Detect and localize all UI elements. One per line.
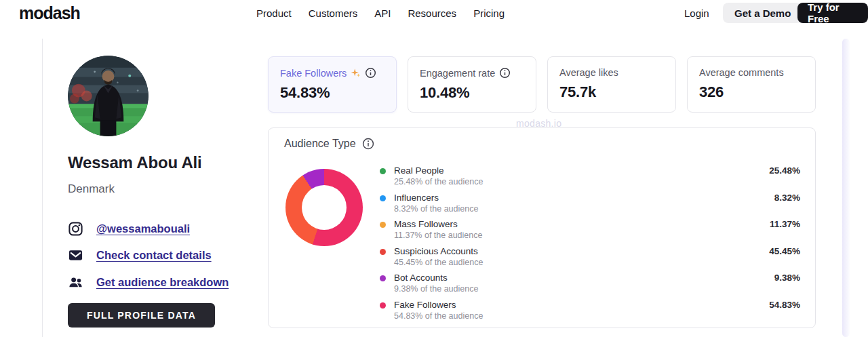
- legend-dot: [380, 275, 386, 281]
- stat-card-average-comments: Average comments 326: [687, 56, 816, 113]
- stat-value: 326: [699, 83, 804, 101]
- legend-dot: [380, 222, 386, 228]
- left-divider: [42, 39, 43, 337]
- profile-location: Denmark: [68, 182, 115, 196]
- modash-logo[interactable]: modash: [19, 3, 80, 23]
- legend-label: Influencers: [394, 193, 478, 203]
- stat-value: 75.7k: [559, 83, 664, 101]
- info-icon[interactable]: [362, 138, 374, 150]
- legend-row-suspicious-accounts: Suspicious Accounts 45.45% of the audien…: [380, 246, 800, 269]
- nav-item-product[interactable]: Product: [256, 7, 292, 19]
- nav-item-pricing[interactable]: Pricing: [473, 7, 505, 19]
- legend-row-bot-accounts: Bot Accounts 9.38% of the audience 9.38%: [380, 273, 800, 295]
- legend-percent: 45.45%: [769, 246, 800, 257]
- legend-row-influencers: Influencers 8.32% of the audience 8.32%: [380, 193, 800, 215]
- legend-label: Mass Followers: [394, 219, 482, 230]
- audience-type-title: Audience Type: [284, 138, 356, 150]
- instagram-icon: [68, 221, 83, 237]
- stat-label: Fake Followers: [280, 68, 347, 79]
- legend-label: Fake Followers: [394, 300, 483, 311]
- legend-sublabel: 54.83% of the audience: [394, 311, 483, 321]
- nav-item-customers[interactable]: Customers: [309, 7, 358, 19]
- legend-percent: 9.38%: [774, 273, 800, 283]
- stat-card-fake-followers: Fake Followers 54.83%: [268, 56, 397, 113]
- stat-label: Average likes: [559, 67, 618, 78]
- audience-type-card: Audience Type Real People 25.48% of the …: [268, 127, 816, 328]
- legend-row-real-people: Real People 25.48% of the audience 25.48…: [380, 165, 800, 188]
- stat-label: Average comments: [699, 67, 784, 78]
- legend-percent: 54.83%: [769, 300, 800, 311]
- legend-label: Suspicious Accounts: [394, 246, 483, 257]
- full-profile-data-button[interactable]: FULL PROFILE DATA: [68, 303, 215, 328]
- legend-sublabel: 25.48% of the audience: [394, 176, 483, 187]
- stats-row: Fake Followers 54.83% Engagement rate: [268, 56, 816, 113]
- legend-sublabel: 8.32% of the audience: [394, 203, 478, 214]
- legend-sublabel: 45.45% of the audience: [394, 257, 483, 268]
- instagram-handle-row[interactable]: @wessamabouali: [68, 221, 190, 237]
- legend-sublabel: 11.37% of the audience: [394, 230, 482, 241]
- audience-legend: Real People 25.48% of the audience 25.48…: [380, 165, 800, 321]
- donut-hole: [302, 185, 347, 230]
- legend-label: Real People: [394, 165, 483, 176]
- legend-sublabel: 9.38% of the audience: [394, 283, 478, 294]
- people-icon: [68, 275, 83, 290]
- scrollbar[interactable]: [842, 39, 850, 337]
- stat-label: Engagement rate: [420, 68, 495, 79]
- contact-details-row[interactable]: Check contact details: [68, 247, 212, 263]
- info-icon[interactable]: [499, 67, 511, 79]
- instagram-handle-link[interactable]: @wessamabouali: [96, 222, 190, 235]
- stat-card-average-likes: Average likes 75.7k: [547, 56, 676, 113]
- profile-name: Wessam Abou Ali: [68, 153, 202, 172]
- legend-dot: [380, 302, 386, 309]
- legend-dot: [380, 168, 386, 174]
- legend-label: Bot Accounts: [394, 273, 478, 283]
- legend-row-mass-followers: Mass Followers 11.37% of the audience 11…: [380, 219, 800, 241]
- stat-value: 10.48%: [420, 84, 524, 102]
- avatar: [68, 56, 149, 136]
- get-a-demo-button[interactable]: Get a Demo: [723, 3, 802, 23]
- info-icon[interactable]: [365, 67, 376, 79]
- audience-breakdown-row[interactable]: Get audience breakdown: [68, 275, 229, 290]
- audience-donut-chart: [285, 169, 363, 246]
- sparkle-icon: [351, 68, 361, 78]
- stat-value: 54.83%: [280, 84, 384, 102]
- legend-percent: 25.48%: [769, 165, 800, 176]
- try-for-free-button[interactable]: Try for Free: [797, 3, 868, 23]
- legend-row-fake-followers: Fake Followers 54.83% of the audience 54…: [380, 300, 800, 322]
- envelope-icon: [68, 247, 83, 263]
- nav-item-resources[interactable]: Resources: [408, 7, 456, 19]
- legend-percent: 8.32%: [774, 193, 800, 203]
- login-link[interactable]: Login: [684, 7, 709, 19]
- audience-breakdown-link[interactable]: Get audience breakdown: [96, 276, 229, 289]
- stat-card-engagement-rate: Engagement rate 10.48%: [408, 56, 536, 113]
- nav-menu: Product Customers API Resources Pricing: [256, 7, 505, 19]
- contact-details-link[interactable]: Check contact details: [96, 249, 212, 262]
- legend-percent: 11.37%: [770, 219, 800, 230]
- nav-item-api[interactable]: API: [374, 7, 391, 19]
- legend-dot: [380, 195, 386, 201]
- legend-dot: [380, 249, 386, 255]
- avatar-stadium-illustration: [68, 56, 149, 136]
